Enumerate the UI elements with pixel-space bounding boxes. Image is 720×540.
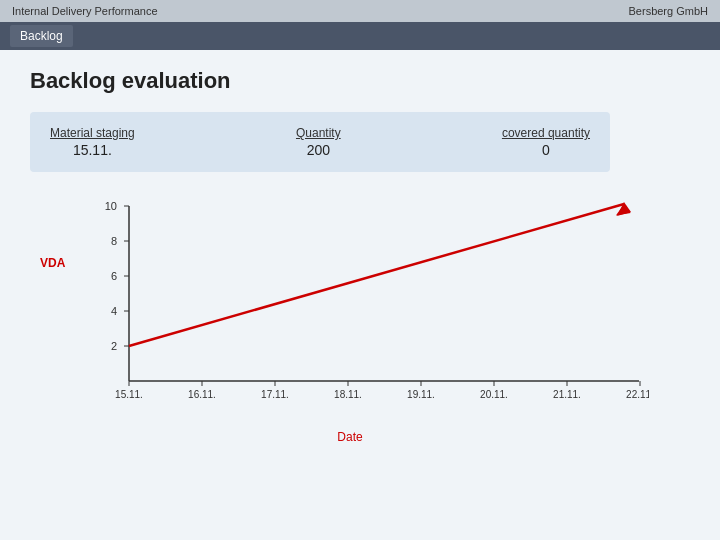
quantity-label: Quantity <box>296 126 341 140</box>
x-axis-label: Date <box>90 430 610 444</box>
svg-text:19.11.: 19.11. <box>407 389 435 400</box>
svg-marker-30 <box>617 202 631 216</box>
info-card: Material staging 15.11. Quantity 200 cov… <box>30 112 610 172</box>
svg-text:22.11.: 22.11. <box>626 389 649 400</box>
quantity-section: Quantity 200 <box>296 126 341 158</box>
svg-text:15.11.: 15.11. <box>115 389 143 400</box>
chart-area: 10 8 6 4 2 15.11. 16.11. 17.11. 18.11. <box>69 196 649 426</box>
svg-text:10: 10 <box>105 200 117 212</box>
page-title: Backlog evaluation <box>30 68 690 94</box>
covered-value: 0 <box>542 142 550 158</box>
chart-svg: 10 8 6 4 2 15.11. 16.11. 17.11. 18.11. <box>69 196 649 426</box>
covered-section: covered quantity 0 <box>502 126 590 158</box>
staging-date: 15.11. <box>73 142 112 158</box>
staging-section: Material staging 15.11. <box>50 126 135 158</box>
top-bar: Internal Delivery Performance Bersberg G… <box>0 0 720 22</box>
svg-text:16.11.: 16.11. <box>188 389 216 400</box>
app-title: Internal Delivery Performance <box>12 5 158 17</box>
chart-container: VDA 10 8 6 4 2 <box>40 196 690 426</box>
svg-text:6: 6 <box>111 270 117 282</box>
svg-text:4: 4 <box>111 305 117 317</box>
nav-item-backlog[interactable]: Backlog <box>10 25 73 47</box>
svg-text:18.11.: 18.11. <box>334 389 362 400</box>
svg-text:17.11.: 17.11. <box>261 389 289 400</box>
company-name: Bersberg GmbH <box>629 5 708 17</box>
covered-label: covered quantity <box>502 126 590 140</box>
svg-line-28 <box>129 204 624 346</box>
nav-bar: Backlog <box>0 22 720 50</box>
svg-text:8: 8 <box>111 235 117 247</box>
svg-text:20.11.: 20.11. <box>480 389 508 400</box>
main-content: Backlog evaluation Material staging 15.1… <box>0 50 720 462</box>
staging-label: Material staging <box>50 126 135 140</box>
svg-text:21.11.: 21.11. <box>553 389 581 400</box>
svg-text:2: 2 <box>111 340 117 352</box>
y-axis-label: VDA <box>40 256 65 270</box>
quantity-value: 200 <box>307 142 330 158</box>
